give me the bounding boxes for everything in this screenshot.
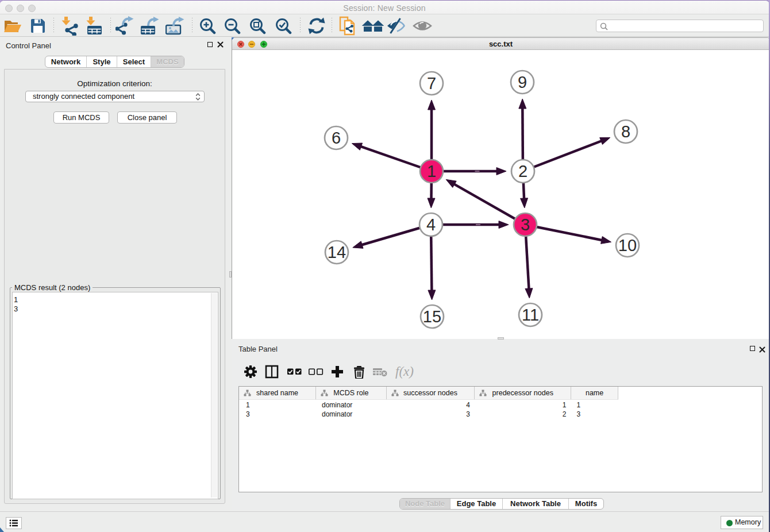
svg-text:9: 9 xyxy=(518,73,527,91)
svg-text:1: 1 xyxy=(427,162,436,180)
svg-text:6: 6 xyxy=(332,129,341,147)
svg-text:8: 8 xyxy=(621,122,630,141)
svg-text:7: 7 xyxy=(427,74,436,92)
svg-text:3: 3 xyxy=(521,215,530,234)
svg-text:14: 14 xyxy=(328,243,346,261)
svg-text:10: 10 xyxy=(618,236,637,255)
svg-text:4: 4 xyxy=(426,215,436,234)
svg-text:11: 11 xyxy=(522,306,539,324)
svg-text:15: 15 xyxy=(423,307,441,326)
svg-text:2: 2 xyxy=(518,162,528,180)
